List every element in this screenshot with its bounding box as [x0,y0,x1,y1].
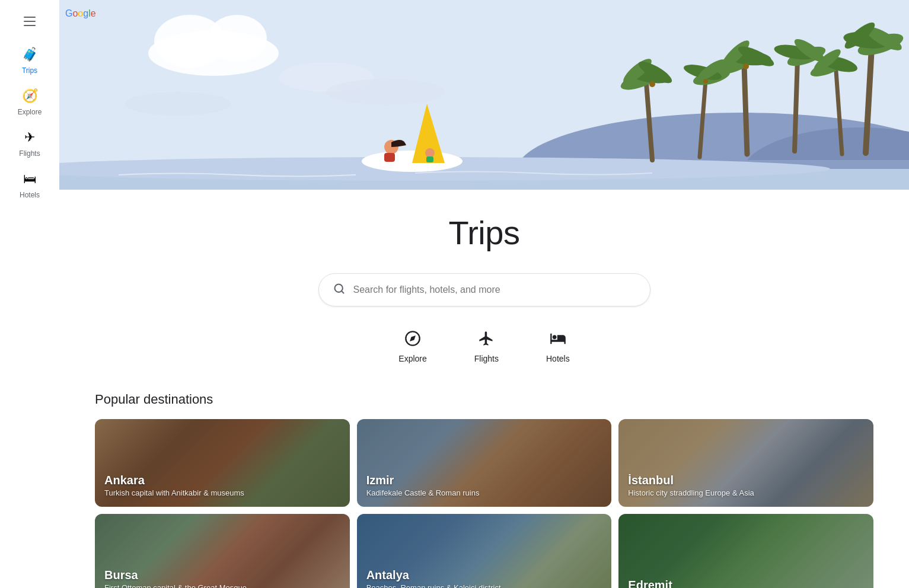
dest-info-izmir: Izmir Kadifekale Castle & Roman ruins [366,474,480,497]
svg-point-40 [703,79,708,84]
dest-desc-istanbul: Historic city straddling Europe & Asia [628,488,754,497]
dest-info-istanbul: İstanbul Historic city straddling Europe… [628,474,754,497]
dest-card-ankara[interactable]: Ankara Turkish capital with Anitkabir & … [95,419,350,507]
dest-overlay [618,514,873,588]
quick-nav-hotels[interactable]: Hotels [537,325,579,368]
svg-marker-52 [410,335,416,341]
svg-point-42 [362,151,463,172]
dest-info-antalya: Antalya Beaches, Roman ruins & Kaleiçi d… [366,568,501,588]
sidebar-item-hotels-label: Hotels [20,191,40,199]
menu-button[interactable] [15,7,44,36]
sidebar-item-flights[interactable]: ✈ Flights [6,123,53,162]
svg-point-41 [743,63,749,69]
hero-banner [59,0,909,190]
sidebar: 🧳 Trips 🧭 Explore ✈ Flights 🛏 Hotels [0,0,59,588]
quick-nav-explore-icon [404,330,421,350]
explore-icon: 🧭 [20,87,39,106]
sidebar-item-explore-label: Explore [18,108,42,116]
dest-info-ankara: Ankara Turkish capital with Anitkabir & … [104,474,244,497]
svg-point-47 [425,148,435,158]
quick-nav: Explore Flights Hotels [59,325,909,368]
dest-card-istanbul[interactable]: İstanbul Historic city straddling Europe… [618,419,873,507]
destinations-section: Popular destinations Ankara Turkish capi… [59,392,909,588]
svg-rect-48 [426,156,433,162]
svg-point-6 [125,92,231,116]
search-bar[interactable] [318,273,650,306]
svg-point-39 [649,81,655,87]
sidebar-item-trips-label: Trips [22,66,37,75]
dest-desc-ankara: Turkish capital with Anitkabir & museums [104,488,244,497]
svg-point-3 [208,15,267,62]
dest-name-bursa: Bursa [104,568,247,582]
dest-card-izmir[interactable]: Izmir Kadifekale Castle & Roman ruins [357,419,612,507]
hotels-icon: 🛏 [20,170,39,188]
quick-nav-explore[interactable]: Explore [389,325,436,368]
hamburger-icon [24,17,36,26]
dest-card-bursa[interactable]: Bursa First Ottoman capital & the Great … [95,514,350,588]
dest-name-izmir: Izmir [366,474,480,487]
dest-name-istanbul: İstanbul [628,474,754,487]
page-title: Trips [59,213,909,252]
svg-line-26 [795,59,798,151]
hero-illustration [59,0,909,190]
svg-line-50 [341,290,343,293]
quick-nav-flights[interactable]: Flights [465,325,508,368]
search-input[interactable] [353,285,636,295]
dest-name-antalya: Antalya [366,568,501,582]
quick-nav-hotels-label: Hotels [546,354,570,363]
flights-icon: ✈ [20,128,39,147]
search-section [59,273,909,306]
sidebar-item-hotels[interactable]: 🛏 Hotels [6,165,53,204]
dest-info-bursa: Bursa First Ottoman capital & the Great … [104,568,247,588]
google-logo: Google [65,8,96,19]
dest-name-edremit: Edremit [628,579,672,588]
trips-icon: 🧳 [20,45,39,64]
svg-line-21 [744,65,747,154]
svg-point-5 [326,79,445,105]
dest-card-antalya[interactable]: Antalya Beaches, Roman ruins & Kaleiçi d… [357,514,612,588]
sidebar-item-flights-label: Flights [19,149,40,158]
quick-nav-flights-icon [478,330,495,350]
destinations-grid: Ankara Turkish capital with Anitkabir & … [95,419,873,588]
dest-desc-bursa: First Ottoman capital & the Great Mosque [104,583,247,588]
section-title: Popular destinations [95,392,873,407]
svg-rect-46 [384,153,395,162]
dest-name-ankara: Ankara [104,474,244,487]
dest-desc-izmir: Kadifekale Castle & Roman ruins [366,488,480,497]
quick-nav-explore-label: Explore [398,354,426,363]
title-section: Trips [59,190,909,264]
dest-desc-antalya: Beaches, Roman ruins & Kaleiçi district [366,583,501,588]
quick-nav-hotels-icon [550,330,566,350]
dest-info-edremit: Edremit [628,579,672,588]
search-icon [333,283,345,298]
dest-card-edremit[interactable]: Edremit [618,514,873,588]
sidebar-item-explore[interactable]: 🧭 Explore [6,82,53,121]
main-content: Google [59,0,909,588]
quick-nav-flights-label: Flights [474,354,499,363]
sidebar-item-trips[interactable]: 🧳 Trips [6,40,53,79]
